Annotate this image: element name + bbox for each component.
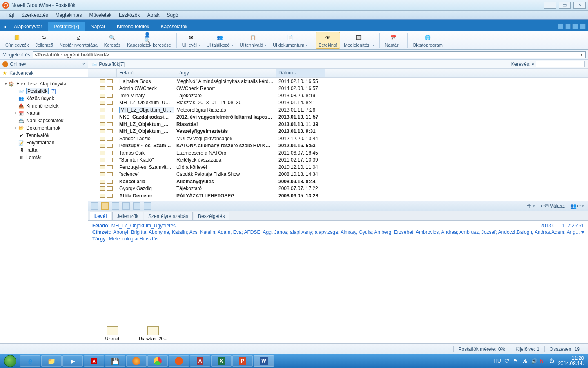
tree-item[interactable]: ✔ Tennivalók — [2, 132, 86, 139]
tray-clock[interactable]: 11:20 2014.08.14. — [558, 356, 584, 366]
chevron-down-icon[interactable]: ▾ — [532, 62, 534, 66]
taskbar-media[interactable]: ▶ — [62, 355, 83, 367]
message-row[interactable]: Penzugyi-_es_Szamvite KATONA állomány ré… — [88, 142, 588, 150]
menu-ablak[interactable]: Ablak — [143, 12, 163, 18]
reply-button[interactable]: ↩✉Válasz — [539, 202, 566, 210]
tray-shield-icon[interactable]: 🛡 — [504, 358, 510, 364]
close-button[interactable]: ✕ — [573, 2, 586, 9]
message-row[interactable]: Penzugyi-es_Szamviteli_o túlóra körlevél… — [88, 164, 588, 171]
menu-megtekintés[interactable]: Megtekintés — [52, 12, 86, 18]
taskbar-word[interactable]: W — [254, 355, 274, 367]
attachment[interactable]: Üzenet — [98, 326, 127, 341]
taskbar-ppt[interactable]: P — [232, 355, 253, 367]
lang-indicator[interactable]: HU — [494, 358, 501, 364]
tree-item[interactable]: + 📅 Naptár — [2, 110, 86, 117]
link-icon[interactable] — [122, 202, 130, 210]
taskbar-groupwise[interactable] — [169, 355, 189, 367]
message-row[interactable]: MH_LZ_Objektum_Ugyel Riasztas_2013_01_14… — [88, 99, 588, 107]
preview-tab[interactable]: Jellemzők — [112, 212, 143, 220]
message-list[interactable]: Hajnalka Soos Meghívó "A minőségirányítá… — [88, 78, 588, 201]
navtab[interactable]: Postafiók[7] — [48, 22, 85, 31]
preview-tab[interactable]: Levél — [90, 212, 111, 220]
attachment[interactable]: Riasztas_20... — [139, 326, 167, 341]
favorites-header[interactable]: ★ Kedvencek — [0, 69, 88, 78]
delete-button[interactable]: 🗑▾ — [525, 202, 537, 210]
ribbon-tutor-icon[interactable]: 🌐Oktatóprogram — [410, 32, 445, 49]
taskbar-access[interactable]: A — [190, 355, 210, 367]
ribbon-properties-icon[interactable]: 🗂Jellemző — [32, 32, 56, 49]
expand-recipients-icon[interactable]: ▾ — [581, 229, 584, 235]
menu-műveletek[interactable]: Műveletek — [85, 12, 115, 18]
online-status[interactable]: Online ▾ » — [0, 60, 88, 69]
navtab[interactable]: Naptár — [85, 22, 111, 31]
collapse-icon[interactable]: ▾ — [3, 82, 8, 86]
menu-fájl[interactable]: Fájl — [2, 12, 18, 18]
message-row[interactable]: Gyorgy Gazdig Tájékoztató 2008.07.07. 17… — [88, 185, 588, 193]
tray-power-icon[interactable]: ⏻ — [549, 358, 555, 364]
search-input[interactable] — [536, 61, 585, 67]
layout-icon-1[interactable] — [558, 24, 564, 29]
message-row[interactable]: MH_LZ_Objektum_Ugye Veszélyfigyelmezteté… — [88, 128, 588, 135]
expand-icon[interactable]: + — [13, 111, 18, 115]
tray-n-icon[interactable]: N — [540, 358, 546, 364]
ribbon-search-contact-icon[interactable]: 👤🔍Kapcsolatok keresése — [124, 32, 174, 49]
start-button[interactable] — [1, 354, 20, 368]
layout-icon-4[interactable] — [580, 24, 586, 29]
message-row[interactable]: MH_LZ_Objektum_Ugye Riasztás! 2013.01.10… — [88, 121, 588, 128]
taskbar-excel[interactable]: X — [211, 355, 232, 367]
ribbon-new-mail-icon[interactable]: ✉Új levél — [179, 32, 203, 49]
layout-b-icon[interactable] — [144, 202, 151, 210]
taskbar-chrome[interactable] — [147, 355, 168, 367]
tree-root[interactable]: ▾ 🏠 Elek Teszt Alapkönyvtár — [2, 80, 86, 88]
layout-icon-3[interactable] — [572, 24, 578, 29]
message-row[interactable]: Admin GWCheck GWCheck Report 2014.02.03.… — [88, 85, 588, 92]
ribbon-calendar-icon[interactable]: 📅Naptár — [382, 32, 405, 49]
message-row[interactable]: Tamas Csiki Eszmecsere a NATOról 2011.06… — [88, 149, 588, 157]
ribbon-book-icon[interactable]: 📒Címjegyzék — [2, 32, 31, 49]
layout-icon-2[interactable] — [565, 24, 571, 29]
clip-icon[interactable] — [101, 202, 109, 210]
menu-szerkesztés[interactable]: Szerkesztés — [18, 12, 51, 18]
tree-item[interactable]: + 📂 Dokumentumok — [2, 124, 86, 132]
col-subject[interactable]: Tárgy — [174, 69, 276, 77]
taskbar-ie[interactable]: e — [20, 355, 40, 367]
message-row[interactable]: "science" Csodák Palotája Fizika Show 20… — [88, 171, 588, 178]
message-row[interactable]: Kancellaria Állománygyűlés 2008.09.18. 8… — [88, 178, 588, 185]
preview-tab[interactable]: Személyre szabás — [144, 212, 193, 220]
message-row[interactable]: Hajnalka Soos Meghívó "A minőségirányítá… — [88, 78, 588, 85]
message-row[interactable]: NKE_Gazdalkodasi_Irod 2012. évi vagyonfe… — [88, 114, 588, 121]
preview-content[interactable] — [89, 245, 587, 323]
tree-item[interactable]: 🗑 Lomtár — [2, 154, 86, 161]
layout-a-icon[interactable] — [133, 202, 140, 210]
col-sender[interactable]: Feladó — [117, 69, 174, 77]
nav-prev-icon[interactable]: ◂ — [2, 22, 8, 31]
message-row[interactable]: MH_LZ_Objektum_Ugyel Meteorológiai Riasz… — [88, 106, 588, 114]
taskbar-save[interactable]: 💾 — [105, 355, 125, 367]
ribbon-new-meeting-icon[interactable]: 👥Új találkozó — [204, 32, 236, 49]
menu-súgó[interactable]: Súgó — [163, 12, 182, 18]
message-row[interactable]: Attila Demeter PÁLYÁZATI LEHETŐSÉG 2008.… — [88, 192, 588, 200]
expand-icon[interactable]: + — [13, 126, 18, 130]
view-combo[interactable]: <Postafiók - egyéni beállítások> ▼ — [33, 51, 586, 58]
message-row[interactable]: Sandor Laszlo MŰI év végi jókívánságok 2… — [88, 135, 588, 142]
taskbar-firefox[interactable] — [126, 355, 147, 367]
ribbon-display-icon[interactable]: 🔲Megjelenítés: — [341, 32, 376, 49]
navtab[interactable]: Alapkönyvtár — [8, 22, 48, 31]
tray-vol-icon[interactable]: 🔊 — [531, 358, 537, 364]
col-date[interactable]: Dátum ▲ — [276, 69, 325, 77]
tree-item[interactable]: 👥 Közös ügyek — [2, 95, 86, 102]
attach-icon[interactable] — [91, 202, 98, 210]
navtab[interactable]: Kapcsolatok — [155, 22, 193, 31]
ribbon-new-task-icon[interactable]: 📋Új tennivaló — [237, 32, 269, 49]
col-icon[interactable] — [88, 69, 117, 77]
navtab[interactable]: Kimenő tételek — [111, 22, 155, 31]
tree-item[interactable]: 📨 Postafiók [7] — [2, 88, 86, 95]
ribbon-new-doc-icon[interactable]: 📄Új dokumentum — [270, 32, 310, 49]
message-row[interactable]: "Sprinter Kiadó" Rejtélyek évszázada 201… — [88, 157, 588, 164]
preview-tab[interactable]: Beszélgetés — [194, 212, 229, 220]
reply-all-button[interactable]: 👥↩▾ — [569, 202, 586, 210]
ribbon-search-icon[interactable]: 🔍Keresés — [101, 32, 123, 49]
tray-net-icon[interactable]: 🖧 — [522, 358, 528, 364]
tree-item[interactable]: 📤 Kimenő tételek — [2, 102, 86, 110]
tray-flag-icon[interactable]: ⚑ — [513, 358, 519, 364]
